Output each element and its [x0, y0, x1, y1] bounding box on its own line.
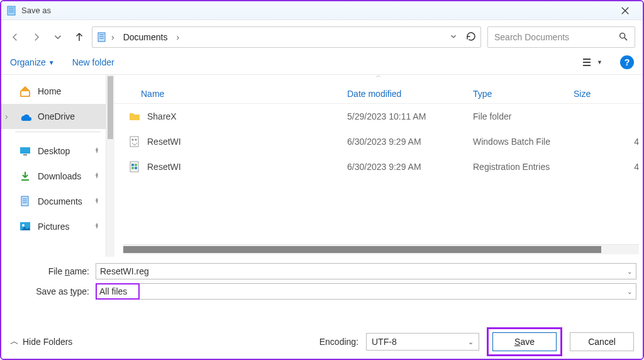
file-list: ShareX 5/29/2023 10:11 AM File folder Re…: [114, 104, 643, 244]
svg-line-11: [625, 38, 627, 40]
navigation-pane: Home › OneDrive Desktop Downloads Docume…: [1, 75, 114, 257]
file-type: Windows Batch File: [473, 137, 574, 147]
chevron-right-icon: ›: [111, 32, 114, 42]
file-date: 6/30/2023 9:29 AM: [347, 162, 473, 172]
file-row[interactable]: ResetWI 6/30/2023 9:29 AM Registration E…: [114, 154, 643, 179]
svg-rect-27: [130, 162, 138, 172]
help-button[interactable]: ?: [620, 55, 634, 69]
pictures-icon: [19, 220, 31, 233]
sidebar-item-documents[interactable]: Documents: [1, 189, 114, 214]
file-name: ShareX: [147, 111, 177, 121]
svg-rect-16: [23, 154, 27, 155]
main-area: Home › OneDrive Desktop Downloads Docume…: [1, 74, 643, 257]
chevron-up-icon: ︿: [10, 336, 19, 347]
address-bar[interactable]: › Documents ›: [92, 26, 481, 48]
save-button[interactable]: Save: [492, 332, 557, 351]
chevron-down-icon: ▼: [597, 59, 602, 65]
save-as-type-value: All files: [99, 286, 127, 296]
file-size: 4: [574, 162, 643, 172]
pin-icon: [93, 222, 101, 232]
sidebar-divider: [15, 132, 101, 132]
column-headers: Name Date modified Type Size: [114, 84, 643, 104]
chevron-down-icon: ▼: [48, 59, 55, 66]
sidebar-item-label: Pictures: [38, 222, 70, 232]
sort-indicator-icon: ︿: [114, 71, 643, 80]
breadcrumb-documents[interactable]: Documents: [118, 30, 173, 45]
file-row[interactable]: ShareX 5/29/2023 10:11 AM File folder: [114, 104, 643, 129]
sidebar-item-label: Home: [38, 86, 61, 96]
sidebar-item-label: Downloads: [38, 171, 81, 181]
save-as-type-select[interactable]: All files ⌄: [96, 283, 636, 300]
sidebar-item-onedrive[interactable]: › OneDrive: [1, 104, 114, 129]
folder-icon: [128, 110, 141, 123]
pin-icon: [93, 196, 101, 206]
file-name-value: ResetWI.reg: [100, 266, 149, 276]
back-button[interactable]: [9, 31, 21, 43]
documents-icon: [19, 195, 31, 208]
dropdown-icon[interactable]: ⌄: [627, 288, 632, 295]
file-type: File folder: [473, 111, 574, 121]
onedrive-icon: [19, 110, 31, 123]
encoding-label: Encoding:: [319, 337, 358, 347]
search-placeholder: Search Documents: [494, 32, 618, 42]
file-row[interactable]: ResetWI 6/30/2023 9:29 AM Windows Batch …: [114, 129, 643, 154]
up-button[interactable]: [73, 31, 86, 43]
reg-file-icon: [128, 160, 141, 173]
svg-rect-28: [131, 164, 134, 166]
close-button[interactable]: [613, 1, 638, 20]
sidebar-item-pictures[interactable]: Pictures: [1, 214, 114, 239]
file-size: 4: [574, 137, 643, 147]
svg-rect-0: [8, 6, 15, 15]
refresh-button[interactable]: [465, 31, 477, 44]
home-icon: [19, 85, 31, 98]
hide-folders-label: Hide Folders: [23, 337, 72, 347]
chevron-right-icon: ›: [176, 32, 179, 42]
svg-rect-31: [135, 167, 137, 169]
file-date: 6/30/2023 9:29 AM: [347, 137, 473, 147]
dropdown-icon[interactable]: [449, 32, 458, 43]
column-size[interactable]: Size: [574, 89, 643, 99]
sidebar-item-home[interactable]: Home: [1, 79, 114, 104]
pin-icon: [93, 171, 101, 181]
organize-menu[interactable]: Organize ▼: [10, 57, 55, 67]
sidebar-item-label: Documents: [38, 196, 82, 206]
column-type[interactable]: Type: [473, 89, 574, 99]
column-date[interactable]: Date modified: [347, 89, 473, 99]
notepad-icon: [6, 6, 16, 16]
svg-rect-15: [20, 147, 30, 154]
title-bar: Save as: [1, 1, 643, 20]
forward-button[interactable]: [30, 31, 43, 43]
documents-icon: [96, 31, 108, 43]
save-as-type-label: Save as type:: [8, 286, 96, 296]
file-type: Registration Entries: [473, 162, 574, 172]
svg-rect-30: [131, 167, 134, 169]
svg-rect-6: [98, 33, 105, 42]
svg-point-25: [132, 139, 134, 141]
sidebar-item-downloads[interactable]: Downloads: [1, 164, 114, 189]
file-name-label: File name:: [8, 266, 96, 276]
desktop-icon: [19, 145, 31, 157]
column-name[interactable]: Name: [114, 89, 347, 99]
svg-rect-29: [135, 164, 137, 166]
svg-point-23: [22, 224, 25, 227]
cancel-button[interactable]: Cancel: [570, 332, 634, 351]
file-list-hscrollbar[interactable]: [123, 244, 639, 254]
sidebar-item-desktop[interactable]: Desktop: [1, 138, 114, 164]
search-icon: [618, 31, 628, 43]
dropdown-icon[interactable]: ⌄: [627, 268, 632, 275]
sidebar-item-label: OneDrive: [38, 111, 75, 121]
bottom-bar: ︿ Hide Folders Encoding: UTF-8 ⌄ Save Ca…: [1, 325, 643, 359]
file-name: ResetWI: [147, 162, 181, 172]
sidebar-item-label: Desktop: [38, 146, 70, 156]
new-folder-button[interactable]: New folder: [72, 57, 114, 67]
search-input[interactable]: Search Documents: [487, 26, 635, 48]
hide-folders-button[interactable]: ︿ Hide Folders: [10, 336, 72, 347]
file-name-input[interactable]: ResetWI.reg ⌄: [96, 263, 636, 279]
view-options-button[interactable]: ▼: [582, 57, 602, 67]
sidebar-scrollbar[interactable]: [106, 75, 114, 257]
recent-locations-button[interactable]: [52, 31, 64, 43]
file-date: 5/29/2023 10:11 AM: [347, 111, 473, 121]
chevron-right-icon: ›: [5, 111, 8, 121]
encoding-select[interactable]: UTF-8 ⌄: [366, 333, 479, 351]
file-list-pane: ︿ Name Date modified Type Size ShareX 5/…: [114, 75, 643, 257]
